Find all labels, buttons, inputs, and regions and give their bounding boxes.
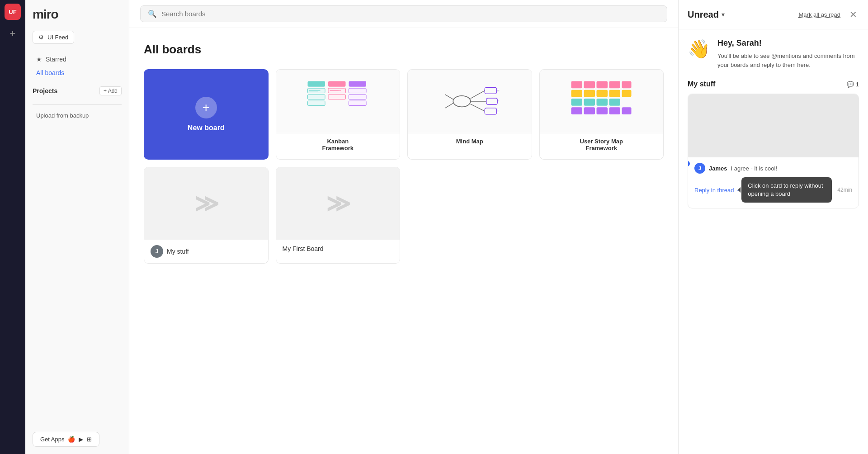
svg-rect-7 [328, 95, 346, 99]
svg-line-18 [471, 104, 485, 111]
kanban-svg [306, 79, 369, 124]
sidebar-nav: ★ Starred All boards [33, 53, 122, 79]
add-project-button[interactable]: + Add [99, 86, 122, 95]
mark-all-read-button[interactable]: Mark all as read [799, 11, 840, 18]
sidebar-footer: Get Apps 🍎 ▶ ⊞ [33, 432, 122, 447]
svg-rect-9 [349, 95, 367, 99]
all-boards-label: All boards [36, 69, 64, 76]
template-card-userstory[interactable]: User Story MapFramework [539, 69, 664, 160]
board-thumbnail-first: ≫ [276, 167, 400, 240]
notification-author-row: J James I agree - it is cool! [694, 163, 852, 174]
my-stuff-header: My stuff 💬 1 [688, 80, 859, 88]
svg-rect-1 [328, 81, 346, 86]
svg-rect-5 [308, 101, 326, 106]
reply-in-thread-link[interactable]: Reply in thread → [694, 187, 741, 194]
projects-header: Projects + Add [33, 86, 122, 95]
star-icon: ★ [36, 56, 42, 63]
template-card-kanban[interactable]: KanbanFramework [276, 69, 401, 160]
unread-chevron-icon[interactable]: ▾ [722, 11, 725, 18]
new-board-label: New board [188, 124, 225, 132]
welcome-text: Hey, Sarah! You'll be able to see @menti… [717, 38, 859, 69]
svg-rect-32 [571, 90, 583, 97]
svg-text:≡: ≡ [496, 108, 499, 114]
svg-rect-33 [584, 90, 595, 97]
tooltip-bubble: Click on card to reply without opening a… [741, 177, 832, 203]
kanban-label: KanbanFramework [276, 133, 400, 156]
svg-rect-28 [584, 81, 595, 88]
comment-icon: 💬 [847, 81, 854, 88]
search-bar-container: 🔍 [129, 0, 678, 28]
mindmap-svg: ≡ ≡ ≡ [438, 79, 501, 124]
board-name-first: My First Board [283, 245, 324, 252]
unread-header: Unread ▾ Mark all as read ✕ [679, 0, 868, 29]
page-title: All boards [144, 43, 664, 57]
unread-title-group: Unread ▾ [688, 9, 725, 20]
boards-grid: + New board [144, 69, 664, 160]
kanban-preview [276, 70, 400, 133]
svg-rect-8 [349, 88, 367, 93]
svg-text:≡: ≡ [496, 98, 499, 104]
template-card-mindmap[interactable]: ≡ ≡ ≡ Mind Map [407, 69, 532, 160]
welcome-heading: Hey, Sarah! [717, 38, 859, 48]
svg-rect-27 [571, 81, 583, 88]
userstory-preview [540, 70, 664, 133]
svg-rect-4 [308, 95, 326, 99]
sidebar-item-all-boards[interactable]: All boards [33, 66, 122, 79]
search-bar[interactable]: 🔍 [140, 5, 667, 22]
board-name-mystuff: My stuff [167, 248, 189, 255]
get-apps-label: Get Apps [40, 436, 64, 443]
svg-rect-36 [622, 90, 632, 97]
starred-label: Starred [46, 56, 66, 63]
svg-rect-45 [622, 107, 632, 114]
board-card-first[interactable]: ≫ My First Board [276, 167, 401, 264]
mindmap-preview: ≡ ≡ ≡ [408, 70, 532, 133]
ui-feed-button[interactable]: ⚙ UI Feed [33, 31, 74, 44]
svg-rect-40 [609, 99, 621, 106]
svg-rect-21 [485, 108, 496, 114]
add-nav-button[interactable]: + [5, 25, 21, 42]
unread-panel: Unread ▾ Mark all as read ✕ 👋 Hey, Sarah… [678, 0, 868, 454]
svg-rect-42 [584, 107, 595, 114]
left-nav: UF + [0, 0, 25, 454]
svg-rect-44 [609, 107, 621, 114]
close-panel-button[interactable]: ✕ [848, 7, 859, 22]
svg-text:≡: ≡ [496, 88, 499, 94]
author-avatar-j: J [694, 163, 705, 174]
unread-body: 👋 Hey, Sarah! You'll be able to see @men… [679, 29, 868, 454]
sidebar-divider [33, 104, 122, 105]
comment-count: 1 [856, 81, 859, 88]
svg-rect-20 [486, 98, 498, 104]
comment-badge: 💬 1 [847, 81, 859, 88]
android-icon: ▶ [79, 436, 83, 443]
sidebar: miro ⚙ UI Feed ★ Starred All boards Proj… [25, 0, 129, 454]
time-label: 42min [837, 187, 852, 193]
boards-area: All boards + New board [129, 28, 678, 454]
svg-rect-37 [571, 99, 583, 106]
unread-title: Unread [688, 9, 719, 20]
main-content: 🔍 All boards + New board [129, 0, 678, 454]
upload-from-backup-link[interactable]: Upload from backup [33, 110, 122, 121]
svg-rect-19 [485, 87, 496, 94]
wave-icon: 👋 [688, 38, 710, 60]
board-author-avatar-j: J [151, 245, 163, 258]
reply-row: Reply in thread → Click on card to reply… [694, 177, 852, 203]
user-boards-grid: ≫ J My stuff ≫ My First Board [144, 167, 664, 264]
get-apps-button[interactable]: Get Apps 🍎 ▶ ⊞ [33, 432, 99, 447]
board-thumbnail-mystuff: ≫ [144, 167, 268, 240]
notification-preview [688, 94, 859, 157]
board-card-my-stuff[interactable]: ≫ J My stuff [144, 167, 269, 264]
user-avatar[interactable]: UF [5, 4, 21, 20]
ui-feed-label: UI Feed [47, 34, 68, 41]
search-icon: 🔍 [148, 9, 157, 18]
mindmap-label: Mind Map [408, 133, 532, 149]
notification-card[interactable]: J James I agree - it is cool! Reply in t… [688, 94, 859, 208]
windows-icon: ⊞ [87, 436, 92, 443]
welcome-description: You'll be able to see @mentions and comm… [717, 52, 859, 69]
my-stuff-label: My stuff [688, 80, 715, 88]
svg-rect-30 [609, 81, 621, 88]
search-input[interactable] [161, 10, 660, 18]
sidebar-item-starred[interactable]: ★ Starred [33, 53, 122, 66]
svg-rect-2 [349, 81, 367, 86]
new-board-card[interactable]: + New board [144, 69, 269, 160]
userstory-label: User Story MapFramework [540, 133, 664, 156]
